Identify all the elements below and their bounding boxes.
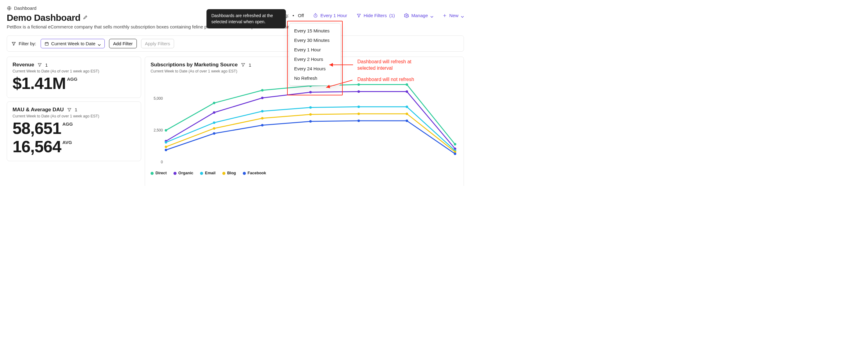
card-title: MAU & Average DAU bbox=[12, 107, 64, 113]
refresh-option[interactable]: Every 30 Minutes bbox=[289, 35, 341, 45]
svg-point-17 bbox=[309, 91, 312, 93]
add-filter-button[interactable]: Add Filter bbox=[109, 39, 136, 48]
svg-point-8 bbox=[213, 102, 215, 104]
svg-point-15 bbox=[213, 111, 215, 114]
svg-point-38 bbox=[309, 120, 312, 122]
svg-point-18 bbox=[357, 90, 360, 93]
revenue-card[interactable]: Revenue 1 Current Week to Date (As of ov… bbox=[7, 57, 141, 98]
new-label: New bbox=[449, 13, 459, 18]
svg-point-11 bbox=[357, 83, 360, 86]
new-button[interactable]: New bbox=[442, 13, 464, 18]
manage-button[interactable]: Manage bbox=[404, 13, 433, 18]
svg-point-37 bbox=[261, 124, 264, 126]
svg-point-28 bbox=[165, 145, 167, 148]
funnel-icon bbox=[356, 13, 361, 18]
mau-suffix: AGG bbox=[62, 121, 73, 126]
card-filter-count: 1 bbox=[45, 62, 48, 67]
gear-icon bbox=[404, 13, 409, 18]
calendar-icon bbox=[44, 41, 49, 46]
revenue-value: $1.41M bbox=[12, 75, 66, 92]
funnel-icon bbox=[241, 62, 246, 67]
sharing-state: Off bbox=[298, 13, 304, 18]
svg-point-26 bbox=[406, 106, 408, 108]
refresh-option[interactable]: Every 15 Minutes bbox=[289, 26, 341, 35]
date-range-label: Current Week to Date bbox=[51, 41, 96, 46]
refresh-option[interactable]: Every 2 Hours bbox=[289, 54, 341, 64]
svg-point-31 bbox=[309, 113, 312, 116]
svg-point-21 bbox=[165, 141, 167, 144]
chart-legend: DirectOrganicEmailBlogFacebook bbox=[151, 171, 458, 175]
refresh-interval-button[interactable]: Every 1 Hour bbox=[313, 13, 347, 18]
svg-point-9 bbox=[261, 89, 264, 91]
chevron-down-icon bbox=[430, 14, 433, 17]
legend-item[interactable]: Direct bbox=[151, 171, 167, 175]
refresh-option[interactable]: Every 1 Hour bbox=[289, 45, 341, 54]
globe-icon bbox=[7, 6, 11, 11]
card-title: Subscriptions by Marketing Source bbox=[151, 62, 238, 68]
date-range-filter[interactable]: Current Week to Date bbox=[41, 39, 105, 48]
svg-point-36 bbox=[213, 133, 215, 135]
svg-point-12 bbox=[406, 83, 408, 86]
chevron-down-icon bbox=[98, 42, 101, 45]
card-subtitle: Current Week to Date (As of over 1 week … bbox=[12, 114, 135, 118]
card-filter-count: 1 bbox=[249, 62, 251, 67]
svg-text:2,500: 2,500 bbox=[154, 128, 163, 133]
dau-value: 16,564 bbox=[12, 138, 61, 155]
svg-point-39 bbox=[357, 119, 360, 122]
svg-point-32 bbox=[357, 113, 360, 115]
edit-title-button[interactable] bbox=[83, 15, 88, 21]
legend-item[interactable]: Organic bbox=[174, 171, 193, 175]
funnel-icon bbox=[37, 62, 42, 67]
svg-point-13 bbox=[454, 143, 456, 145]
svg-text:0: 0 bbox=[161, 160, 163, 164]
refresh-option[interactable]: No Refresh bbox=[289, 74, 341, 83]
svg-point-23 bbox=[261, 110, 264, 113]
apply-filters-button: Apply Filters bbox=[141, 39, 175, 48]
refresh-option[interactable]: Every 24 Hours bbox=[289, 64, 341, 74]
hide-filters-button[interactable]: Hide Filters (1) bbox=[356, 13, 395, 18]
svg-point-7 bbox=[165, 129, 167, 132]
legend-item[interactable]: Email bbox=[200, 171, 216, 175]
legend-item[interactable]: Blog bbox=[222, 171, 236, 175]
plus-icon bbox=[442, 13, 447, 18]
breadcrumb-label[interactable]: Dashboard bbox=[14, 5, 36, 11]
svg-point-2 bbox=[406, 15, 407, 16]
hide-filters-label: Hide Filters bbox=[364, 13, 387, 18]
svg-point-22 bbox=[213, 121, 215, 124]
svg-point-16 bbox=[261, 96, 264, 99]
subscriptions-line-chart: 02,5005,000 bbox=[151, 77, 458, 168]
svg-point-24 bbox=[309, 106, 312, 109]
card-title: Revenue bbox=[12, 62, 34, 68]
chevron-down-icon bbox=[461, 14, 464, 17]
funnel-icon bbox=[11, 41, 16, 46]
card-filter-count: 1 bbox=[75, 107, 77, 112]
page-title: Demo Dashboard bbox=[7, 12, 80, 23]
svg-point-25 bbox=[357, 106, 360, 108]
svg-point-41 bbox=[454, 152, 456, 155]
svg-point-40 bbox=[406, 119, 408, 122]
mau-dau-card[interactable]: MAU & Average DAU 1 Current Week to Date… bbox=[7, 102, 141, 161]
refresh-interval-label: Every 1 Hour bbox=[320, 13, 347, 18]
svg-point-19 bbox=[406, 90, 408, 93]
manage-label: Manage bbox=[411, 13, 428, 18]
refresh-interval-dropdown: Every 15 MinutesEvery 30 MinutesEvery 1 … bbox=[289, 23, 341, 86]
filter-bar: Filter by: Current Week to Date Add Filt… bbox=[7, 35, 464, 52]
timer-icon bbox=[313, 13, 318, 18]
card-subtitle: Current Week to Date (As of over 1 week … bbox=[12, 69, 135, 74]
svg-point-29 bbox=[213, 127, 215, 130]
hide-filters-count: (1) bbox=[389, 13, 395, 18]
revenue-suffix: AGG bbox=[67, 77, 77, 82]
svg-point-35 bbox=[165, 149, 167, 151]
svg-point-30 bbox=[261, 117, 264, 119]
tooltip-text: Dashboards are refreshed at the selected… bbox=[211, 13, 273, 24]
svg-text:5,000: 5,000 bbox=[154, 96, 163, 101]
mau-value: 58,651 bbox=[12, 119, 61, 137]
funnel-icon bbox=[67, 107, 72, 112]
svg-point-33 bbox=[406, 113, 408, 115]
refresh-tooltip: Dashboards are refreshed at the selected… bbox=[207, 9, 286, 28]
filter-by-label: Filter by: bbox=[11, 41, 36, 46]
svg-rect-3 bbox=[45, 42, 48, 45]
dau-suffix: AVG bbox=[62, 140, 72, 145]
legend-item[interactable]: Facebook bbox=[243, 171, 266, 175]
